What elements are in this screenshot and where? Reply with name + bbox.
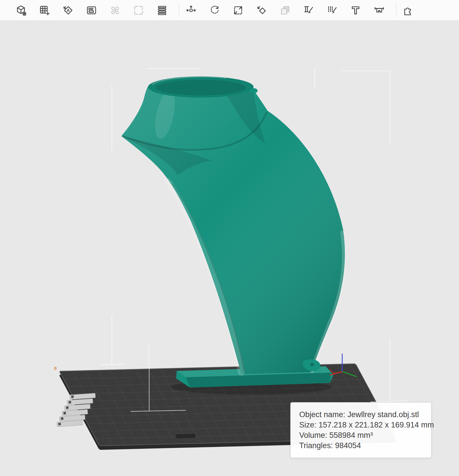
plate-marker-glyph — [66, 406, 69, 409]
svg-text:A: A — [67, 8, 70, 12]
object-volume-line: Volume: 558984 mm³ — [299, 430, 423, 440]
arrange-grid-icon — [38, 4, 50, 16]
split-icon — [133, 4, 145, 16]
paint-brush-icon — [303, 4, 315, 16]
support-paint-button[interactable] — [326, 4, 339, 17]
object-triangles-line: Triangles: 984054 — [299, 440, 423, 451]
toolbar: A — [0, 0, 459, 21]
clone-icon — [109, 4, 121, 16]
object-name-line: Object name: Jewllrey stand.obj.stl — [299, 409, 423, 420]
seam-icon — [350, 4, 362, 16]
rotate-icon — [209, 4, 221, 16]
move-icon — [185, 4, 197, 16]
support-paint-icon — [326, 4, 338, 16]
measure-button[interactable] — [373, 4, 386, 17]
plate-marker-glyph — [71, 395, 74, 398]
clone-button[interactable] — [108, 4, 122, 17]
mirror-icon — [256, 4, 268, 16]
layers-button[interactable] — [155, 4, 169, 17]
plate-origin-label: 0 — [54, 366, 57, 371]
auto-orient-icon: A — [62, 4, 74, 16]
object-info-panel: Object name: Jewllrey stand.obj.stl Size… — [290, 402, 431, 458]
seam-button[interactable] — [349, 4, 362, 17]
arrange-button[interactable] — [38, 4, 51, 17]
variable-layer-height-icon — [279, 4, 291, 16]
auto-orient-button[interactable]: A — [61, 4, 75, 17]
move-button[interactable] — [184, 4, 198, 17]
plate-marker-glyph — [58, 423, 61, 425]
scale-button[interactable] — [232, 4, 245, 17]
assembly-button[interactable] — [402, 4, 415, 17]
layers-icon — [156, 4, 168, 16]
add-object-button[interactable] — [14, 4, 28, 17]
plate-marker-glyph — [63, 412, 66, 415]
scale-icon — [232, 4, 244, 16]
plate-handle — [176, 434, 196, 438]
color-paint-button[interactable] — [302, 4, 315, 17]
toolbar-separator — [396, 3, 396, 17]
variable-layer-height-button[interactable] — [279, 4, 292, 17]
toolbar-separator — [179, 3, 179, 17]
puzzle-icon — [402, 4, 414, 16]
layout-icon — [85, 4, 98, 16]
rotate-button[interactable] — [208, 4, 221, 17]
layout-button[interactable] — [85, 4, 98, 17]
plate-marker-glyph — [61, 417, 64, 420]
object-size-line: Size: 157.218 x 221.182 x 169.914 mm — [299, 420, 423, 430]
add-cube-icon — [15, 4, 27, 16]
plate-marker-glyph — [69, 401, 71, 404]
split-button[interactable] — [132, 4, 145, 17]
mirror-button[interactable] — [255, 4, 268, 17]
measure-caliper-icon — [373, 4, 385, 16]
